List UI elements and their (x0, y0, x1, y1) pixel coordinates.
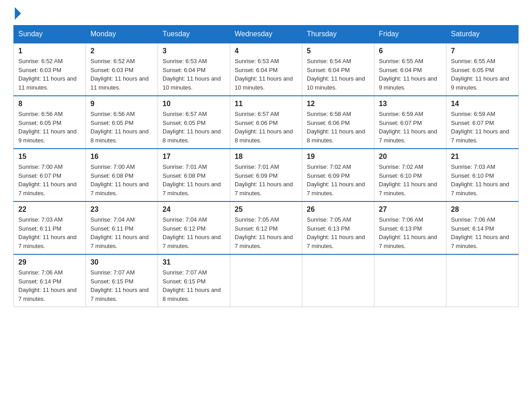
calendar-cell: 10 Sunrise: 6:57 AM Sunset: 6:05 PM Dayl… (158, 96, 230, 149)
day-info: Sunrise: 7:01 AM Sunset: 6:09 PM Dayligh… (235, 163, 297, 197)
calendar-cell: 12 Sunrise: 6:58 AM Sunset: 6:06 PM Dayl… (302, 96, 374, 149)
day-number: 24 (163, 206, 225, 214)
calendar-cell: 4 Sunrise: 6:53 AM Sunset: 6:04 PM Dayli… (230, 43, 302, 96)
calendar-cell: 5 Sunrise: 6:54 AM Sunset: 6:04 PM Dayli… (302, 43, 374, 96)
calendar-cell: 26 Sunrise: 7:05 AM Sunset: 6:13 PM Dayl… (302, 201, 374, 254)
day-number: 8 (18, 100, 81, 108)
day-info: Sunrise: 7:04 AM Sunset: 6:11 PM Dayligh… (90, 215, 153, 250)
week-row-4: 22 Sunrise: 7:03 AM Sunset: 6:11 PM Dayl… (14, 201, 519, 254)
calendar-cell: 14 Sunrise: 6:59 AM Sunset: 6:07 PM Dayl… (446, 96, 519, 149)
day-number: 14 (451, 100, 514, 108)
day-info: Sunrise: 7:02 AM Sunset: 6:10 PM Dayligh… (379, 163, 442, 197)
logo (13, 9, 21, 17)
calendar-cell: 19 Sunrise: 7:02 AM Sunset: 6:09 PM Dayl… (302, 149, 374, 201)
week-row-3: 15 Sunrise: 7:00 AM Sunset: 6:07 PM Dayl… (14, 149, 519, 201)
day-info: Sunrise: 6:59 AM Sunset: 6:07 PM Dayligh… (451, 110, 514, 145)
column-header-tuesday: Tuesday (158, 26, 230, 43)
page-header (13, 9, 519, 17)
column-header-monday: Monday (86, 26, 158, 43)
calendar-cell: 24 Sunrise: 7:04 AM Sunset: 6:12 PM Dayl… (158, 201, 230, 254)
day-number: 17 (163, 153, 225, 161)
day-info: Sunrise: 7:05 AM Sunset: 6:13 PM Dayligh… (307, 215, 369, 250)
day-info: Sunrise: 6:58 AM Sunset: 6:06 PM Dayligh… (307, 110, 369, 145)
day-number: 29 (18, 258, 81, 266)
calendar-cell: 17 Sunrise: 7:01 AM Sunset: 6:08 PM Dayl… (158, 149, 230, 201)
day-number: 30 (90, 258, 153, 266)
day-info: Sunrise: 6:52 AM Sunset: 6:03 PM Dayligh… (18, 57, 81, 92)
calendar-cell: 25 Sunrise: 7:05 AM Sunset: 6:12 PM Dayl… (230, 201, 302, 254)
day-number: 19 (307, 153, 369, 161)
day-info: Sunrise: 7:05 AM Sunset: 6:12 PM Dayligh… (235, 215, 297, 250)
day-info: Sunrise: 7:06 AM Sunset: 6:14 PM Dayligh… (18, 268, 81, 303)
calendar-cell: 3 Sunrise: 6:53 AM Sunset: 6:04 PM Dayli… (158, 43, 230, 96)
calendar-cell: 9 Sunrise: 6:56 AM Sunset: 6:05 PM Dayli… (86, 96, 158, 149)
day-info: Sunrise: 6:55 AM Sunset: 6:04 PM Dayligh… (379, 57, 442, 92)
day-number: 4 (235, 47, 297, 55)
day-number: 9 (90, 100, 153, 108)
calendar-cell (446, 254, 519, 307)
day-info: Sunrise: 6:53 AM Sunset: 6:04 PM Dayligh… (235, 57, 297, 92)
column-header-saturday: Saturday (446, 26, 519, 43)
day-number: 18 (235, 153, 297, 161)
day-info: Sunrise: 7:01 AM Sunset: 6:08 PM Dayligh… (163, 163, 225, 197)
day-number: 7 (451, 47, 514, 55)
calendar-cell: 8 Sunrise: 6:56 AM Sunset: 6:05 PM Dayli… (14, 96, 86, 149)
day-info: Sunrise: 7:00 AM Sunset: 6:07 PM Dayligh… (18, 163, 81, 197)
day-number: 22 (18, 206, 81, 214)
day-info: Sunrise: 6:52 AM Sunset: 6:03 PM Dayligh… (90, 57, 153, 92)
logo-triangle-icon (15, 7, 21, 20)
day-number: 6 (379, 47, 442, 55)
calendar-cell: 30 Sunrise: 7:07 AM Sunset: 6:15 PM Dayl… (86, 254, 158, 307)
day-number: 13 (379, 100, 442, 108)
day-number: 11 (235, 100, 297, 108)
calendar-cell: 18 Sunrise: 7:01 AM Sunset: 6:09 PM Dayl… (230, 149, 302, 201)
day-info: Sunrise: 6:54 AM Sunset: 6:04 PM Dayligh… (307, 57, 369, 92)
calendar-cell: 6 Sunrise: 6:55 AM Sunset: 6:04 PM Dayli… (374, 43, 446, 96)
calendar-cell (230, 254, 302, 307)
day-info: Sunrise: 6:55 AM Sunset: 6:05 PM Dayligh… (451, 57, 514, 92)
column-header-thursday: Thursday (302, 26, 374, 43)
day-info: Sunrise: 7:02 AM Sunset: 6:09 PM Dayligh… (307, 163, 369, 197)
day-number: 28 (451, 206, 514, 214)
day-number: 21 (451, 153, 514, 161)
calendar-cell: 13 Sunrise: 6:59 AM Sunset: 6:07 PM Dayl… (374, 96, 446, 149)
day-number: 31 (163, 258, 225, 266)
day-info: Sunrise: 6:57 AM Sunset: 6:05 PM Dayligh… (163, 110, 225, 145)
calendar-cell: 28 Sunrise: 7:06 AM Sunset: 6:14 PM Dayl… (446, 201, 519, 254)
day-number: 3 (163, 47, 225, 55)
calendar-cell (374, 254, 446, 307)
column-header-wednesday: Wednesday (230, 26, 302, 43)
day-number: 20 (379, 153, 442, 161)
day-number: 27 (379, 206, 442, 214)
day-number: 25 (235, 206, 297, 214)
calendar-cell: 29 Sunrise: 7:06 AM Sunset: 6:14 PM Dayl… (14, 254, 86, 307)
calendar-header-row: SundayMondayTuesdayWednesdayThursdayFrid… (14, 26, 519, 43)
calendar-cell: 27 Sunrise: 7:06 AM Sunset: 6:13 PM Dayl… (374, 201, 446, 254)
day-number: 5 (307, 47, 369, 55)
day-info: Sunrise: 6:56 AM Sunset: 6:05 PM Dayligh… (90, 110, 153, 145)
day-info: Sunrise: 7:03 AM Sunset: 6:11 PM Dayligh… (18, 215, 81, 250)
day-info: Sunrise: 7:06 AM Sunset: 6:13 PM Dayligh… (379, 215, 442, 250)
day-info: Sunrise: 6:56 AM Sunset: 6:05 PM Dayligh… (18, 110, 81, 145)
calendar-cell (302, 254, 374, 307)
column-header-sunday: Sunday (14, 26, 86, 43)
day-number: 12 (307, 100, 369, 108)
day-number: 1 (18, 47, 81, 55)
week-row-5: 29 Sunrise: 7:06 AM Sunset: 6:14 PM Dayl… (14, 254, 519, 307)
day-number: 2 (90, 47, 153, 55)
calendar-cell: 23 Sunrise: 7:04 AM Sunset: 6:11 PM Dayl… (86, 201, 158, 254)
calendar-table: SundayMondayTuesdayWednesdayThursdayFrid… (13, 25, 519, 307)
day-number: 15 (18, 153, 81, 161)
day-info: Sunrise: 7:00 AM Sunset: 6:08 PM Dayligh… (90, 163, 153, 197)
day-info: Sunrise: 7:07 AM Sunset: 6:15 PM Dayligh… (163, 268, 225, 303)
calendar-cell: 11 Sunrise: 6:57 AM Sunset: 6:06 PM Dayl… (230, 96, 302, 149)
day-info: Sunrise: 7:06 AM Sunset: 6:14 PM Dayligh… (451, 215, 514, 250)
day-info: Sunrise: 7:07 AM Sunset: 6:15 PM Dayligh… (90, 268, 153, 303)
calendar-cell: 31 Sunrise: 7:07 AM Sunset: 6:15 PM Dayl… (158, 254, 230, 307)
calendar-cell: 15 Sunrise: 7:00 AM Sunset: 6:07 PM Dayl… (14, 149, 86, 201)
calendar-cell: 1 Sunrise: 6:52 AM Sunset: 6:03 PM Dayli… (14, 43, 86, 96)
day-number: 26 (307, 206, 369, 214)
calendar-cell: 16 Sunrise: 7:00 AM Sunset: 6:08 PM Dayl… (86, 149, 158, 201)
day-number: 10 (163, 100, 225, 108)
day-number: 16 (90, 153, 153, 161)
